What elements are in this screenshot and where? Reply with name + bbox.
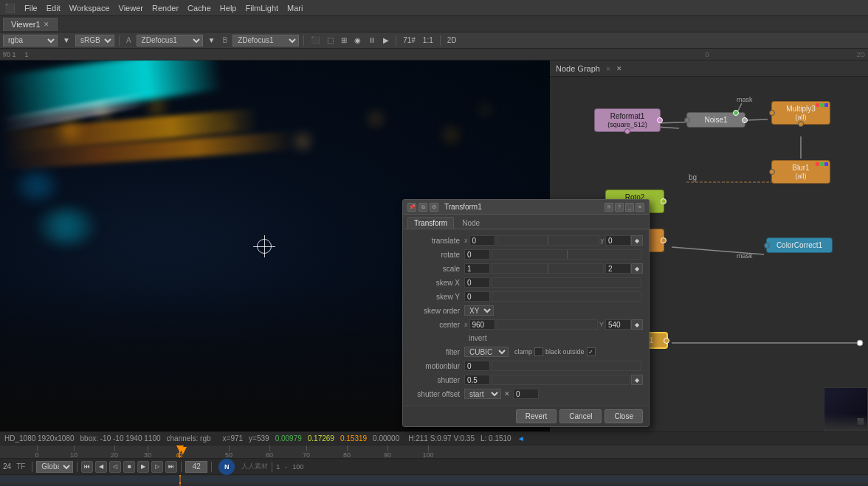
- menu-file[interactable]: File: [24, 4, 38, 13]
- shutter-input[interactable]: [464, 375, 490, 385]
- scale-anim-btn[interactable]: ◆: [631, 263, 643, 274]
- clamp-checkbox[interactable]: [534, 347, 543, 356]
- go-end-btn[interactable]: ⏭: [165, 461, 177, 473]
- prop-row-filter: filter CUBIC LINEAR NEAREST clamp black …: [409, 345, 643, 358]
- channel-select[interactable]: rgba rgba.alpha RGB: [3, 35, 58, 46]
- colorspace-select[interactable]: sRGB: [75, 35, 114, 46]
- node-blur1[interactable]: Blur1 (all): [771, 160, 830, 184]
- prop-row-skew-y: skew Y: [409, 290, 643, 303]
- global-select[interactable]: Global: [36, 461, 73, 473]
- menu-render[interactable]: Render: [152, 4, 179, 13]
- dialog-settings-icon[interactable]: ⚙: [430, 203, 438, 212]
- node-reformat1[interactable]: Reformat1 (square_512): [594, 108, 661, 132]
- translate-slider[interactable]: [497, 235, 599, 246]
- prev-frame-btn[interactable]: ◀: [95, 461, 107, 473]
- dialog-help-icon[interactable]: ?: [615, 203, 624, 212]
- rotate-slider[interactable]: [492, 249, 641, 260]
- svg-line-5: [672, 247, 764, 254]
- tick-100: 100: [422, 451, 433, 459]
- skew-y-label: skew Y: [409, 293, 464, 301]
- input-b-select[interactable]: ZDefocus1: [232, 35, 299, 46]
- shutter-offset-select[interactable]: start center end: [464, 389, 501, 399]
- translate-anim-btn[interactable]: ◆: [631, 235, 643, 246]
- menu-cache[interactable]: Cache: [187, 4, 211, 13]
- viewer-icon4[interactable]: ◉: [352, 36, 363, 44]
- shutter-anim-btn[interactable]: ◆: [631, 375, 643, 385]
- dialog-pin-icon[interactable]: 📌: [407, 203, 416, 212]
- dialog-close-icon[interactable]: ✕: [636, 203, 644, 212]
- frame-input[interactable]: [185, 461, 207, 473]
- viewer-icon1[interactable]: ⬛: [309, 36, 322, 44]
- tick-20: 20: [111, 451, 118, 459]
- skew-x-input[interactable]: [464, 277, 490, 288]
- shutter-offset-input[interactable]: [513, 389, 539, 399]
- stop-btn[interactable]: ■: [123, 461, 135, 473]
- viewer-tabbar: Viewer1 ✕: [0, 16, 868, 32]
- viewer-icon6[interactable]: ▶: [381, 36, 391, 44]
- go-start-btn[interactable]: ⏮: [81, 461, 93, 473]
- close-button[interactable]: Close: [604, 409, 643, 423]
- shutter-slider[interactable]: [492, 375, 630, 385]
- dialog-header[interactable]: 📌 ⧉ ⚙ Transform1 ⎘ ? _ ✕: [403, 200, 649, 215]
- motionblur-slider[interactable]: [492, 361, 641, 371]
- skew-y-input[interactable]: [464, 291, 490, 302]
- filter-select[interactable]: CUBIC LINEAR NEAREST: [464, 347, 509, 357]
- dialog-copy-icon[interactable]: ⎘: [604, 203, 613, 212]
- menu-mari[interactable]: Mari: [287, 4, 303, 13]
- scale-input[interactable]: [464, 263, 490, 274]
- fps-display: 24: [3, 462, 11, 471]
- cancel-button[interactable]: Cancel: [559, 409, 602, 423]
- translate-y-label: y: [601, 237, 604, 244]
- tab-node[interactable]: Node: [455, 217, 486, 229]
- play-back-btn[interactable]: ◁: [109, 461, 121, 473]
- center-anim-btn[interactable]: ◆: [631, 319, 643, 330]
- node-graph-close-btn[interactable]: ✕: [616, 65, 622, 72]
- translate-x-input[interactable]: [469, 235, 495, 246]
- center-x-input[interactable]: [469, 319, 495, 330]
- menu-filmlight[interactable]: FilmLight: [245, 4, 278, 13]
- input-b-label: B: [220, 36, 230, 44]
- tick-30: 30: [144, 451, 151, 459]
- node-noise1[interactable]: Noise1: [686, 112, 745, 128]
- tf-label: TF: [16, 462, 25, 471]
- viewer-icon2[interactable]: ⬚: [325, 36, 336, 44]
- center-slider[interactable]: [497, 319, 598, 330]
- center-y-input[interactable]: [605, 319, 631, 330]
- skew-y-slider[interactable]: [492, 291, 641, 302]
- bbox-info: bbox: -10 -10 1940 1100: [80, 434, 161, 442]
- tab-transform[interactable]: Transform: [407, 217, 454, 229]
- viewer-icon3[interactable]: ⊞: [339, 36, 349, 44]
- frame-info: f/0 1: [3, 51, 16, 58]
- play-fwd-btn[interactable]: ▶: [137, 461, 149, 473]
- menu-workspace[interactable]: Workspace: [69, 4, 110, 13]
- node-graph-header: Node Graph × ✕: [550, 60, 868, 77]
- tick-60: 60: [266, 451, 273, 459]
- menu-help[interactable]: Help: [220, 4, 237, 13]
- dialog-float-icon[interactable]: ⧉: [418, 203, 427, 212]
- scale-slider[interactable]: [492, 263, 604, 274]
- val1: 0.00979: [275, 434, 302, 442]
- node-multiply3[interactable]: Multiply3 (all): [771, 101, 830, 125]
- timeline-tracks[interactable]: [0, 475, 868, 486]
- val2: 0.17269: [308, 434, 334, 442]
- viewer-tab[interactable]: Viewer1 ✕: [3, 18, 58, 31]
- translate-y-input[interactable]: [605, 235, 631, 246]
- motionblur-input[interactable]: [464, 361, 490, 371]
- tick-42: 42: [176, 451, 183, 459]
- skew-order-select[interactable]: XY YX: [464, 305, 494, 316]
- scale-right-input[interactable]: [605, 263, 631, 274]
- rotate-input[interactable]: [464, 249, 490, 260]
- prop-row-motionblur: motionblur: [409, 359, 643, 372]
- viewer-mode[interactable]: 2D: [445, 36, 459, 44]
- viewer-icon5[interactable]: ⏸: [366, 36, 378, 44]
- node-colorcorrect1[interactable]: ColorCorrect1: [766, 237, 833, 253]
- revert-button[interactable]: Revert: [516, 409, 557, 423]
- dialog-min-icon[interactable]: _: [625, 203, 634, 212]
- skew-x-slider[interactable]: [492, 277, 641, 288]
- viewer-tab-close[interactable]: ✕: [44, 21, 49, 28]
- menu-viewer[interactable]: Viewer: [119, 4, 143, 13]
- menu-edit[interactable]: Edit: [46, 4, 61, 13]
- black-outside-checkbox[interactable]: ✓: [587, 347, 596, 356]
- input-a-select[interactable]: ZDefocus1: [137, 35, 203, 46]
- next-frame-btn[interactable]: ▷: [151, 461, 163, 473]
